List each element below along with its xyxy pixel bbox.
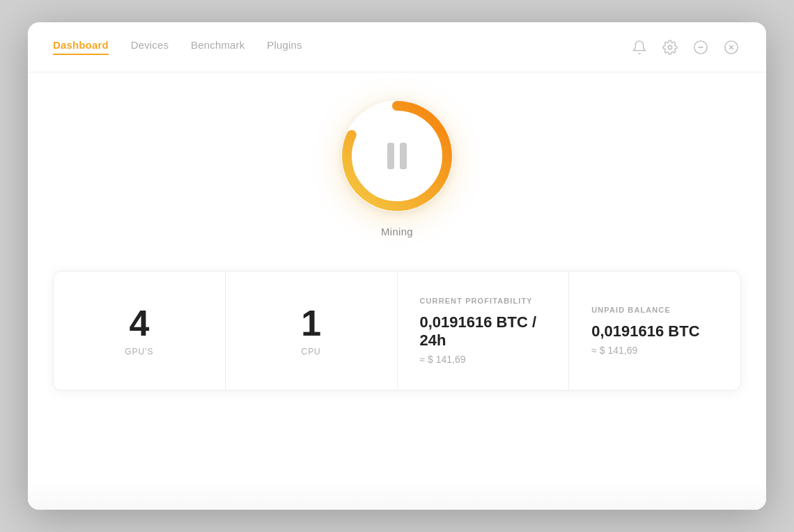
unpaid-btc: 0,0191616 BTC	[591, 322, 699, 341]
stat-card-unpaid: UNPAID BALANCE 0,0191616 BTC ≈ $ 141,69	[569, 272, 740, 390]
tab-devices[interactable]: Devices	[131, 39, 169, 55]
cpu-count-label: CPU	[302, 347, 321, 357]
stat-card-profitability: CURRENT PROFITABILITY 0,0191616 BTC / 24…	[398, 272, 570, 390]
profitability-btc: 0,0191616 BTC / 24h	[420, 313, 547, 350]
notifications-icon[interactable]	[630, 38, 649, 57]
nav-bar: Dashboard Devices Benchmark Plugins	[28, 22, 766, 72]
minimize-icon[interactable]	[691, 38, 710, 57]
mining-button-wrapper: Mining	[341, 100, 453, 237]
profitability-usd: ≈ $ 141,69	[420, 354, 466, 365]
app-window: Dashboard Devices Benchmark Plugins	[28, 22, 766, 510]
stat-card-gpus: 4 GPU'S	[54, 272, 226, 390]
cpu-count-value: 1	[301, 305, 321, 341]
settings-icon[interactable]	[660, 38, 680, 57]
nav-actions	[630, 38, 741, 57]
nav-tabs: Dashboard Devices Benchmark Plugins	[53, 39, 302, 55]
tab-benchmark[interactable]: Benchmark	[191, 39, 244, 55]
bottom-gradient	[28, 482, 766, 510]
unpaid-usd: ≈ $ 141,69	[591, 345, 637, 356]
stat-card-cpu: 1 CPU	[226, 272, 398, 390]
pause-icon	[387, 143, 407, 169]
mining-toggle-button[interactable]	[341, 100, 453, 212]
tab-dashboard[interactable]: Dashboard	[53, 39, 109, 55]
main-content: Mining 4 GPU'S 1 CPU CURRENT PROFITABILI…	[28, 72, 766, 482]
stats-row: 4 GPU'S 1 CPU CURRENT PROFITABILITY 0,01…	[53, 271, 741, 391]
profitability-title: CURRENT PROFITABILITY	[420, 297, 533, 305]
gpu-count-value: 4	[129, 305, 149, 341]
close-icon[interactable]	[722, 38, 741, 57]
svg-point-0	[668, 45, 672, 49]
unpaid-title: UNPAID BALANCE	[591, 306, 671, 314]
mining-label: Mining	[381, 226, 413, 237]
tab-plugins[interactable]: Plugins	[267, 39, 302, 55]
gpu-count-label: GPU'S	[125, 347, 153, 357]
